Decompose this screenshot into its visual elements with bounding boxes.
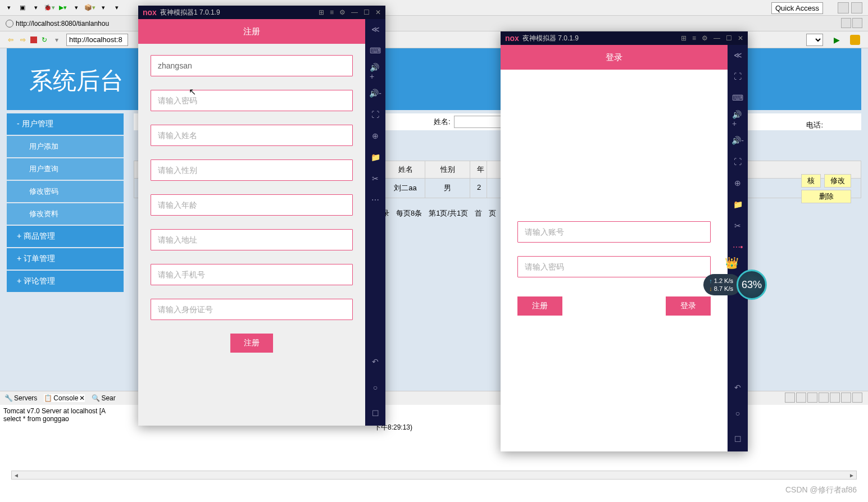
search-tab[interactable]: 🔍Sear [92, 394, 115, 402]
network-speed-widget[interactable]: 👑 1.2 K/s 8.7 K/s 63% [703, 270, 767, 300]
address-input[interactable] [66, 34, 128, 46]
phone-input[interactable] [151, 264, 353, 285]
minimize-icon[interactable]: — [714, 34, 720, 42]
volume-up-icon[interactable]: 🔊+ [732, 113, 743, 125]
console-btn[interactable] [830, 393, 840, 403]
review-button[interactable]: 核 [801, 174, 821, 188]
console-tab[interactable]: 📋Console ✕ [44, 394, 85, 402]
sidebar-item-order-mgmt[interactable]: + 订单管理 [7, 248, 124, 271]
refresh-button[interactable]: ↻ [39, 35, 49, 45]
menu-icon[interactable]: ≡ [330, 8, 334, 16]
username-input[interactable] [151, 55, 353, 76]
back-nav-icon[interactable]: ↶ [732, 382, 743, 393]
stop-button[interactable] [30, 36, 37, 43]
page-last[interactable]: 页 [489, 208, 496, 218]
account-input[interactable] [517, 221, 711, 243]
more-icon[interactable]: ⋯• [732, 241, 743, 253]
browser-icon[interactable] [850, 35, 860, 45]
more-icon[interactable]: ⋯ [370, 194, 381, 206]
tb-icon[interactable]: 📦▾ [84, 2, 96, 13]
home-nav-icon[interactable]: ○ [732, 408, 743, 419]
sidebar-item-user-add[interactable]: 用户添加 [7, 136, 124, 158]
expand-icon[interactable]: ⛶ [732, 71, 743, 82]
console-btn[interactable] [796, 393, 806, 403]
volume-down-icon[interactable]: 🔊- [370, 88, 381, 99]
tb-icon[interactable]: ▣ [17, 2, 28, 13]
sex-input[interactable] [151, 159, 353, 181]
forward-button[interactable]: ⇨ [18, 35, 28, 45]
tb-run-icon[interactable]: ▶▾ [57, 2, 69, 13]
tb-icon[interactable]: ▾ [30, 2, 42, 13]
tb-debug-icon[interactable]: 🐞▾ [44, 2, 55, 13]
age-input[interactable] [151, 194, 353, 216]
tb-icon[interactable]: ▾ [3, 2, 15, 13]
console-btn[interactable] [852, 393, 862, 403]
perspective-icon[interactable] [838, 2, 849, 13]
idcard-input[interactable] [151, 299, 353, 320]
sidebar-item-user-query[interactable]: 用户查询 [7, 158, 124, 181]
multi-icon[interactable]: ⊞ [319, 8, 324, 16]
sidebar-item-user-mgmt[interactable]: - 用户管理 [7, 113, 124, 136]
keyboard-icon[interactable]: ⌨ [370, 45, 381, 56]
volume-up-icon[interactable]: 🔊+ [370, 66, 381, 77]
volume-down-icon[interactable]: 🔊- [732, 135, 743, 146]
emulator-titlebar[interactable]: nox 夜神模拟器1 7.0.1.9 ⊞ ≡ ⚙ — ☐ ✕ [138, 6, 385, 19]
tb-icon[interactable]: ▾ [111, 2, 122, 13]
sidebar-item-change-pwd[interactable]: 修改密码 [7, 181, 124, 203]
login-register-button[interactable]: 注册 [517, 296, 562, 316]
scissors-icon[interactable]: ✂ [370, 173, 381, 184]
horizontal-scrollbar[interactable]: ◄ ► [11, 471, 857, 480]
login-password-input[interactable] [517, 256, 711, 277]
scissors-icon[interactable]: ✂ [732, 220, 743, 231]
console-btn[interactable] [785, 393, 795, 403]
address-input[interactable] [151, 229, 353, 250]
sidebar-item-review-mgmt[interactable]: + 评论管理 [7, 271, 124, 293]
sidebar-item-change-profile[interactable]: 修改资料 [7, 203, 124, 226]
tb-icon[interactable]: ▾ [98, 2, 109, 13]
menu-icon[interactable]: ≡ [692, 34, 696, 42]
scroll-right-icon[interactable]: ► [847, 472, 856, 478]
emulator-titlebar[interactable]: nox 夜神模拟器 7.0.1.9 ⊞ ≡ ⚙ — ☐ ✕ [501, 31, 748, 45]
address-dropdown[interactable] [806, 34, 823, 46]
fullscreen-icon[interactable]: ⛶ [732, 156, 743, 167]
home-button[interactable]: ▾ [52, 35, 62, 45]
fullscreen-icon[interactable]: ⛶ [370, 109, 381, 120]
edit-button[interactable]: 修改 [824, 174, 851, 188]
page-first[interactable]: 首 [475, 208, 482, 218]
home-nav-icon[interactable]: ○ [370, 382, 381, 393]
settings-icon[interactable]: ⚙ [702, 34, 708, 42]
tb-icon[interactable]: ▾ [71, 2, 82, 13]
close-icon[interactable]: ✕ [375, 8, 381, 16]
collapse-icon[interactable]: ≪ [732, 49, 743, 61]
keyboard-icon[interactable]: ⌨ [732, 92, 743, 103]
back-nav-icon[interactable]: ↶ [370, 356, 381, 367]
recent-nav-icon[interactable]: ☐ [370, 408, 381, 419]
realname-input[interactable] [151, 125, 353, 146]
back-button[interactable]: ⇦ [6, 35, 16, 45]
maximize-icon[interactable]: ☐ [726, 34, 732, 42]
register-button[interactable]: 注册 [230, 334, 273, 353]
delete-button[interactable]: 删除 [801, 190, 851, 203]
scroll-left-icon[interactable]: ◄ [12, 472, 21, 478]
perspective-icon[interactable] [851, 2, 862, 13]
restore-icon[interactable] [841, 18, 851, 28]
recent-nav-icon[interactable]: ☐ [732, 433, 743, 445]
collapse-icon[interactable]: ≪ [370, 24, 381, 35]
password-input[interactable] [151, 90, 353, 111]
maximize-icon[interactable] [852, 18, 862, 28]
console-btn[interactable] [841, 393, 851, 403]
settings-icon[interactable]: ⚙ [339, 8, 346, 16]
maximize-icon[interactable]: ☐ [363, 8, 370, 16]
go-button[interactable]: ▶ [834, 35, 840, 44]
console-btn[interactable] [819, 393, 829, 403]
quick-access-input[interactable]: Quick Access [771, 2, 823, 14]
close-icon[interactable]: ✕ [738, 34, 743, 42]
apk-icon[interactable]: 📁 [370, 152, 381, 163]
sidebar-item-product-mgmt[interactable]: + 商品管理 [7, 226, 124, 248]
servers-tab[interactable]: 🔧Servers [4, 394, 37, 402]
add-icon[interactable]: ⊕ [370, 130, 381, 142]
apk-icon[interactable]: 📁 [732, 199, 743, 210]
add-icon[interactable]: ⊕ [732, 177, 743, 189]
multi-icon[interactable]: ⊞ [681, 34, 687, 42]
console-btn[interactable] [807, 393, 817, 403]
